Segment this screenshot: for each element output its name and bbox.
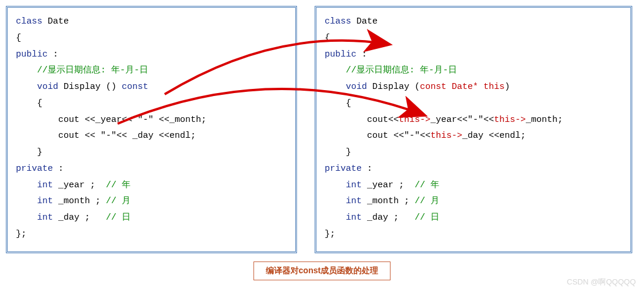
keyword-int: int [346,196,362,206]
code-text: { [16,33,21,43]
comment-year: // 年 [106,180,131,190]
keyword-class: class [325,16,351,27]
code-text: }; [325,229,335,239]
code-text: Display () [58,82,122,92]
keyword-public: public [16,49,48,59]
code-text: : [356,49,367,59]
code-text: _month ; [362,196,415,206]
this-ptr: this-> [494,115,526,125]
keyword-int: int [37,213,53,223]
left-code-box: class Date { public : //显示日期信息: 年-月-日 vo… [6,6,297,253]
watermark-text: CSDN @啊QQQQQ [567,277,636,287]
code-text: _month; [526,115,563,125]
code-text [16,196,37,206]
keyword-void: void [346,82,367,92]
code-text: : [48,49,58,59]
comment-month: // 月 [415,196,439,206]
keyword-private: private [325,164,362,174]
comment-day: // 日 [415,213,439,223]
code-text: Date [351,16,378,27]
code-text: cout <<"-"<< [325,131,431,141]
code-text: _year ; [362,180,415,190]
code-text: { [325,98,351,108]
keyword-int: int [37,180,53,190]
code-text: _year ; [53,180,106,190]
code-text: _day ; [362,213,415,223]
comment-month: // 月 [106,196,131,206]
const-param: const Date* this [420,82,505,92]
right-code-box: class Date { public : //显示日期信息: 年-月-日 vo… [315,6,632,253]
code-text: Date [42,16,69,27]
code-text: cout <<_year<< "-" <<_month; [16,115,206,125]
keyword-class: class [16,16,42,27]
code-text: _day <<endl; [462,131,526,141]
code-text [325,196,346,206]
keyword-int: int [346,180,362,190]
keyword-private: private [16,164,53,174]
code-text: _month ; [53,196,106,206]
code-text: : [53,164,64,174]
code-text [325,180,346,190]
caption-label: 编译器对const成员函数的处理 [253,261,391,280]
code-text: _day ; [53,213,106,223]
code-text: _year<<"-"<< [431,115,494,125]
keyword-int: int [37,196,53,206]
code-text: ) [505,82,510,92]
code-text [16,82,37,92]
comment-line: //显示日期信息: 年-月-日 [325,65,457,75]
code-text: cout<< [325,115,399,125]
code-text: Display ( [367,82,420,92]
code-text [16,213,37,223]
code-text: } [16,147,42,157]
keyword-const: const [122,82,148,92]
code-text: } [325,147,351,157]
code-text [325,213,346,223]
code-text: : [362,164,372,174]
keyword-public: public [325,49,356,59]
this-ptr: this-> [399,115,431,125]
code-text: { [16,98,42,108]
code-text: cout << "-"<< _day <<endl; [16,131,196,141]
code-text: { [325,33,330,43]
comment-line: //显示日期信息: 年-月-日 [16,65,148,75]
code-comparison: class Date { public : //显示日期信息: 年-月-日 vo… [6,6,638,253]
this-ptr: this-> [431,131,462,141]
keyword-int: int [346,213,362,223]
comment-day: // 日 [106,213,131,223]
code-text [16,180,37,190]
keyword-void: void [37,82,58,92]
code-text: }; [16,229,26,239]
code-text [325,82,346,92]
comment-year: // 年 [415,180,439,190]
